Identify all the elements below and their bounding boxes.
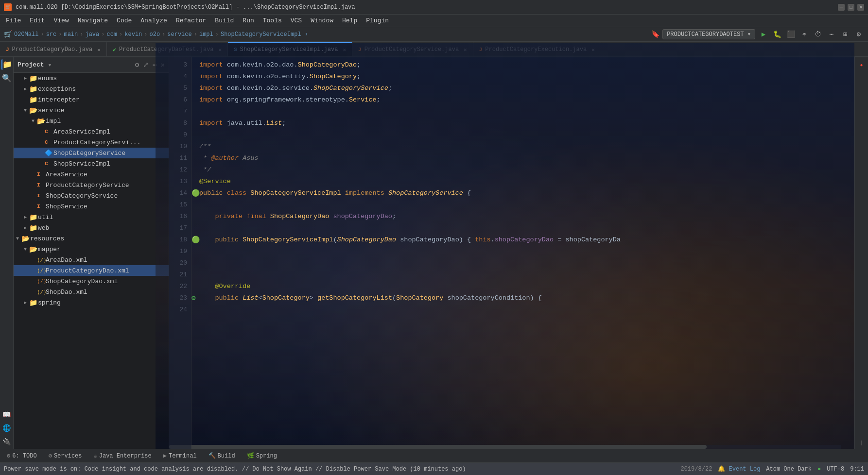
sidebar-item-web[interactable]: ▶ 📁 web bbox=[14, 222, 169, 233]
sidebar-item-shop-service[interactable]: I ShopService bbox=[14, 201, 169, 212]
sidebar-item-shop-category-service[interactable]: 🔷 ShopCategoryService bbox=[14, 148, 169, 158]
menu-plugin[interactable]: Plugin bbox=[362, 16, 393, 25]
sidebar-item-spring[interactable]: ▶ 📁 spring bbox=[14, 297, 169, 308]
sidebar-item-label: spring bbox=[38, 299, 169, 306]
xml-icon: ⟨/⟩ bbox=[37, 278, 46, 285]
todo-icon: ⚙ bbox=[7, 452, 10, 459]
activity-structure[interactable]: 🔍 bbox=[1, 73, 12, 84]
run-config-selector[interactable]: PRODUCTCATEGORYDAOTEST ▾ bbox=[662, 29, 755, 39]
sidebar-item-shop-service-impl[interactable]: C ShopServiceImpl bbox=[14, 158, 169, 169]
nav-com[interactable]: com bbox=[106, 31, 117, 38]
nav-main[interactable]: main bbox=[64, 31, 78, 38]
sidebar-dropdown[interactable]: ▾ bbox=[48, 61, 52, 69]
sidebar-expand-icon[interactable]: ⤢ bbox=[143, 61, 149, 69]
code-line-10: /** bbox=[199, 141, 854, 153]
menu-analyze[interactable]: Analyze bbox=[137, 16, 171, 25]
folder-icon: 📁 bbox=[29, 74, 38, 83]
bookmark-icon[interactable]: 🔖 bbox=[651, 30, 660, 38]
sidebar-item-mapper[interactable]: ▼ 📂 mapper bbox=[14, 244, 169, 254]
bottom-tab-java-enterprise[interactable]: ☕ Java Enterprise bbox=[89, 451, 156, 460]
tab-product-category-dao[interactable]: J ProductCategoryDao.java ✕ bbox=[0, 42, 107, 56]
sidebar-item-product-category-servi[interactable]: C ProductCategoryServi... bbox=[14, 137, 169, 148]
menu-tools[interactable]: Tools bbox=[259, 16, 286, 25]
menu-window[interactable]: Window bbox=[307, 16, 337, 25]
run-button[interactable]: ▶ bbox=[758, 29, 769, 40]
coverage-button[interactable]: ☂ bbox=[799, 29, 810, 40]
right-panel-scroll-indicator: | bbox=[856, 437, 868, 449]
menu-navigate[interactable]: Navigate bbox=[74, 16, 112, 25]
sidebar-item-area-service-impl[interactable]: C AreaServiceImpl bbox=[14, 126, 169, 137]
sidebar-item-enums[interactable]: ▶ 📁 enums bbox=[14, 73, 169, 84]
sidebar-item-label: exceptions bbox=[38, 85, 169, 93]
sidebar-settings-icon[interactable]: ⚙ bbox=[135, 61, 139, 69]
status-theme: Atom One Dark bbox=[766, 466, 812, 473]
sidebar-item-area-service[interactable]: I AreaService bbox=[14, 169, 169, 180]
close-button[interactable]: ✕ bbox=[857, 4, 864, 11]
debug-button[interactable]: 🐛 bbox=[772, 29, 782, 40]
nav-service[interactable]: service bbox=[167, 31, 191, 38]
nav-src[interactable]: src bbox=[46, 31, 57, 38]
sidebar-item-label: ShopCategoryService bbox=[53, 150, 169, 157]
project-icon: 🛒 bbox=[4, 30, 12, 38]
sidebar-item-util[interactable]: ▶ 📁 util bbox=[14, 212, 169, 222]
gutter-action-23[interactable]: ⚙ bbox=[191, 292, 195, 304]
bottom-tab-terminal[interactable]: ▶ Terminal bbox=[158, 451, 202, 460]
menu-build[interactable]: Build bbox=[211, 16, 238, 25]
sidebar-item-resources[interactable]: ▼ 📂 resources bbox=[14, 233, 169, 244]
menu-code[interactable]: Code bbox=[113, 16, 136, 25]
bottom-tab-build[interactable]: 🔨 Build bbox=[204, 451, 240, 460]
activity-plugins[interactable]: 🔌 bbox=[1, 436, 12, 447]
gutter-action-18[interactable]: 🟢 bbox=[191, 234, 200, 246]
minimize-button[interactable]: ─ bbox=[838, 4, 845, 11]
folder-icon: 📁 bbox=[29, 299, 38, 307]
more-button[interactable]: ⋯ bbox=[826, 29, 837, 40]
grid-button[interactable]: ⊞ bbox=[840, 29, 851, 40]
menu-vcs[interactable]: VCS bbox=[287, 16, 306, 25]
nav-kevin[interactable]: kevin bbox=[124, 31, 142, 38]
activity-project[interactable]: 📁 bbox=[1, 59, 12, 70]
menu-edit[interactable]: Edit bbox=[26, 16, 49, 25]
nav-o2o[interactable]: o2o bbox=[150, 31, 160, 38]
sidebar-item-area-dao-xml[interactable]: ⟨/⟩ AreaDao.xml bbox=[14, 254, 169, 265]
sidebar-item-intercepter[interactable]: 📁 intercepter bbox=[14, 94, 169, 105]
sidebar-item-product-category-service[interactable]: I ProductCategoryService bbox=[14, 180, 169, 190]
stop-button[interactable]: ⬛ bbox=[785, 29, 796, 40]
activity-web[interactable]: 🌐 bbox=[1, 423, 12, 433]
menu-file[interactable]: File bbox=[2, 16, 25, 25]
sidebar-item-label: ProductCategoryService bbox=[46, 182, 169, 189]
sidebar-item-impl[interactable]: ▼ 📂 impl bbox=[14, 116, 169, 126]
sidebar-item-shop-category-service-iface[interactable]: I ShopCategoryService bbox=[14, 190, 169, 201]
profile-button[interactable]: ⏱ bbox=[813, 29, 823, 40]
gutter-action-14[interactable]: 🟢 bbox=[191, 187, 200, 199]
maximize-button[interactable]: □ bbox=[848, 4, 854, 11]
sidebar-item-label: service bbox=[38, 107, 169, 114]
status-encoding[interactable]: UTF-8 bbox=[827, 466, 844, 473]
tab-close-product-category-dao[interactable]: ✕ bbox=[97, 47, 101, 53]
chevron-right-icon: ▶ bbox=[21, 225, 29, 231]
bottom-tab-spring[interactable]: 🌿 Spring bbox=[242, 451, 282, 460]
nav-current-file[interactable]: ShopCategoryServiceImpl › bbox=[221, 31, 308, 38]
code-line-7 bbox=[199, 106, 854, 118]
menu-help[interactable]: Help bbox=[338, 16, 361, 25]
sidebar-item-service[interactable]: ▼ 📂 service bbox=[14, 105, 169, 116]
right-panel-bookmark[interactable]: ● bbox=[856, 59, 868, 71]
folder-icon: 📁 bbox=[29, 213, 38, 221]
bottom-tab-todo[interactable]: ⚙ 6: TODO bbox=[2, 451, 42, 460]
nav-impl[interactable]: impl bbox=[199, 31, 213, 38]
menu-run[interactable]: Run bbox=[239, 16, 258, 25]
menu-refactor[interactable]: Refactor bbox=[172, 16, 210, 25]
bottom-tab-services[interactable]: ⚙ Services bbox=[44, 451, 87, 460]
sidebar-item-shop-dao-xml[interactable]: ⟨/⟩ ShopDao.xml bbox=[14, 287, 169, 297]
menu-view[interactable]: View bbox=[50, 16, 72, 25]
nav-java[interactable]: java bbox=[85, 31, 99, 38]
folder-icon: 📂 bbox=[29, 245, 38, 254]
sidebar-item-product-category-dao-xml[interactable]: ⟨/⟩ ProductCategoryDao.xml bbox=[14, 265, 169, 276]
settings-button[interactable]: ⚙ bbox=[853, 29, 864, 40]
nav-o2omall[interactable]: O2OMall bbox=[14, 31, 38, 38]
status-event-log[interactable]: 🔔 Event Log bbox=[718, 465, 760, 473]
sidebar-item-shop-category-dao-xml[interactable]: ⟨/⟩ ShopCategoryDao.xml bbox=[14, 276, 169, 287]
sidebar-item-label: impl bbox=[46, 118, 169, 125]
activity-learn[interactable]: 📖 bbox=[1, 409, 12, 420]
sidebar-item-exceptions[interactable]: ▶ 📁 exceptions bbox=[14, 84, 169, 94]
editor[interactable]: 3 4 5 6 7 8 9 10 11 12 13 14 15 16 17 18… bbox=[169, 57, 854, 449]
